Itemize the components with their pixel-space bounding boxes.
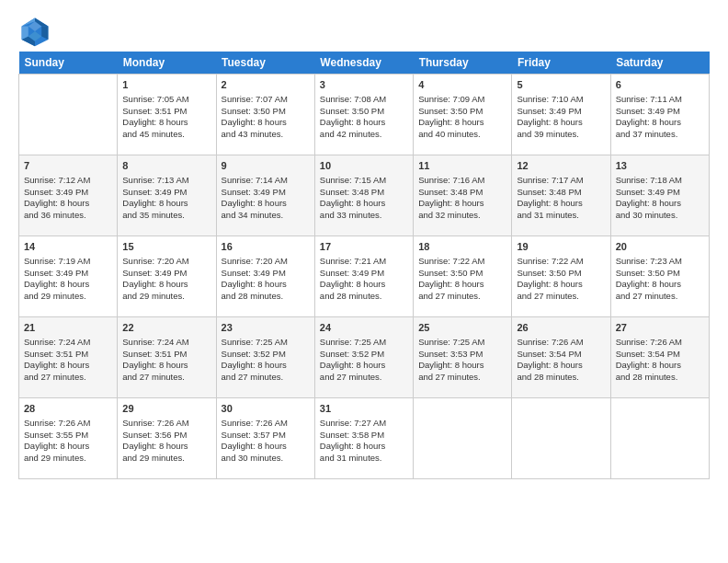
- cell-info: Daylight: 8 hours: [122, 198, 210, 210]
- cell-info: Daylight: 8 hours: [222, 279, 310, 291]
- cell-info: Sunset: 3:50 PM: [418, 268, 506, 280]
- calendar-week-2: 7Sunrise: 7:12 AMSunset: 3:49 PMDaylight…: [19, 155, 710, 236]
- calendar-cell: 5Sunrise: 7:10 AMSunset: 3:49 PMDaylight…: [512, 75, 610, 155]
- cell-info: Sunrise: 7:15 AM: [320, 175, 408, 187]
- calendar-cell: 2Sunrise: 7:07 AMSunset: 3:50 PMDaylight…: [216, 75, 314, 155]
- day-number: 29: [122, 402, 210, 416]
- cell-info: Daylight: 8 hours: [24, 279, 112, 291]
- day-number: 13: [616, 159, 704, 173]
- day-number: 18: [418, 240, 506, 254]
- cell-info: and 42 minutes.: [320, 129, 408, 141]
- page-container: Sunday Monday Tuesday Wednesday Thursday…: [0, 0, 728, 488]
- calendar-cell: [19, 75, 118, 155]
- calendar-cell: 23Sunrise: 7:25 AMSunset: 3:52 PMDayligh…: [216, 317, 314, 398]
- cell-info: Sunset: 3:50 PM: [616, 268, 704, 280]
- cell-info: Sunset: 3:50 PM: [320, 106, 408, 118]
- day-number: 31: [320, 402, 408, 416]
- calendar-cell: 21Sunrise: 7:24 AMSunset: 3:51 PMDayligh…: [19, 317, 118, 398]
- cell-info: Sunset: 3:51 PM: [122, 106, 210, 118]
- cell-info: Daylight: 8 hours: [517, 360, 605, 372]
- cell-info: Sunrise: 7:25 AM: [222, 337, 310, 349]
- day-number: 12: [517, 159, 605, 173]
- calendar-cell: 8Sunrise: 7:13 AMSunset: 3:49 PMDaylight…: [118, 155, 216, 236]
- cell-info: Daylight: 8 hours: [616, 360, 704, 372]
- cell-info: Daylight: 8 hours: [517, 198, 605, 210]
- cell-info: Sunset: 3:52 PM: [320, 349, 408, 361]
- calendar-cell: 18Sunrise: 7:22 AMSunset: 3:50 PMDayligh…: [414, 236, 512, 317]
- day-number: 6: [616, 78, 704, 92]
- calendar-cell: 30Sunrise: 7:26 AMSunset: 3:57 PMDayligh…: [216, 398, 314, 479]
- cell-info: Daylight: 8 hours: [418, 360, 506, 372]
- cell-info: Daylight: 8 hours: [24, 441, 112, 453]
- cell-info: Sunset: 3:49 PM: [616, 106, 704, 118]
- cell-info: and 27 minutes.: [616, 291, 704, 303]
- cell-info: Sunrise: 7:20 AM: [222, 256, 310, 268]
- cell-info: Sunrise: 7:19 AM: [24, 256, 112, 268]
- cell-info: Sunset: 3:58 PM: [320, 430, 408, 442]
- cell-info: and 32 minutes.: [418, 210, 506, 222]
- calendar-cell: 16Sunrise: 7:20 AMSunset: 3:49 PMDayligh…: [216, 236, 314, 317]
- cell-info: Daylight: 8 hours: [616, 117, 704, 129]
- calendar-cell: 25Sunrise: 7:25 AMSunset: 3:53 PMDayligh…: [414, 317, 512, 398]
- calendar-cell: 9Sunrise: 7:14 AMSunset: 3:49 PMDaylight…: [216, 155, 314, 236]
- cell-info: and 30 minutes.: [222, 453, 310, 465]
- cell-info: Daylight: 8 hours: [320, 279, 408, 291]
- cell-info: and 29 minutes.: [24, 291, 112, 303]
- cell-info: Sunset: 3:49 PM: [222, 268, 310, 280]
- calendar-week-1: 1Sunrise: 7:05 AMSunset: 3:51 PMDaylight…: [19, 75, 710, 155]
- cell-info: Daylight: 8 hours: [320, 198, 408, 210]
- cell-info: Sunset: 3:48 PM: [320, 187, 408, 199]
- calendar-cell: 17Sunrise: 7:21 AMSunset: 3:49 PMDayligh…: [314, 236, 413, 317]
- cell-info: Sunrise: 7:26 AM: [122, 418, 210, 430]
- calendar-cell: 12Sunrise: 7:17 AMSunset: 3:48 PMDayligh…: [512, 155, 610, 236]
- day-number: 24: [320, 321, 408, 335]
- cell-info: Sunrise: 7:25 AM: [320, 337, 408, 349]
- cell-info: Sunrise: 7:23 AM: [616, 256, 704, 268]
- calendar-cell: [414, 398, 512, 479]
- cell-info: Sunrise: 7:16 AM: [418, 175, 506, 187]
- cell-info: Sunrise: 7:24 AM: [122, 337, 210, 349]
- cell-info: Sunrise: 7:26 AM: [24, 418, 112, 430]
- day-number: 7: [24, 159, 112, 173]
- cell-info: Sunrise: 7:20 AM: [122, 256, 210, 268]
- cell-info: and 40 minutes.: [418, 129, 506, 141]
- day-number: 23: [222, 321, 310, 335]
- cell-info: Sunrise: 7:22 AM: [418, 256, 506, 268]
- cell-info: Daylight: 8 hours: [616, 198, 704, 210]
- cell-info: Sunrise: 7:25 AM: [418, 337, 506, 349]
- cell-info: Sunset: 3:49 PM: [222, 187, 310, 199]
- cell-info: Sunset: 3:49 PM: [24, 268, 112, 280]
- cell-info: Daylight: 8 hours: [517, 117, 605, 129]
- cell-info: Sunrise: 7:26 AM: [222, 418, 310, 430]
- cell-info: Sunrise: 7:07 AM: [222, 94, 310, 106]
- header-saturday: Saturday: [610, 52, 709, 75]
- cell-info: Sunset: 3:50 PM: [222, 106, 310, 118]
- cell-info: Sunrise: 7:12 AM: [24, 175, 112, 187]
- cell-info: Sunrise: 7:05 AM: [122, 94, 210, 106]
- cell-info: Sunrise: 7:22 AM: [517, 256, 605, 268]
- cell-info: and 28 minutes.: [517, 372, 605, 384]
- cell-info: Daylight: 8 hours: [320, 441, 408, 453]
- day-number: 9: [222, 159, 310, 173]
- calendar-cell: 28Sunrise: 7:26 AMSunset: 3:55 PMDayligh…: [19, 398, 118, 479]
- cell-info: Sunrise: 7:14 AM: [222, 175, 310, 187]
- day-number: 16: [222, 240, 310, 254]
- cell-info: and 45 minutes.: [122, 129, 210, 141]
- cell-info: and 27 minutes.: [418, 372, 506, 384]
- calendar-cell: 3Sunrise: 7:08 AMSunset: 3:50 PMDaylight…: [314, 75, 413, 155]
- cell-info: Daylight: 8 hours: [418, 279, 506, 291]
- day-number: 19: [517, 240, 605, 254]
- calendar-cell: 11Sunrise: 7:16 AMSunset: 3:48 PMDayligh…: [414, 155, 512, 236]
- calendar-cell: 19Sunrise: 7:22 AMSunset: 3:50 PMDayligh…: [512, 236, 610, 317]
- cell-info: Daylight: 8 hours: [24, 360, 112, 372]
- cell-info: Sunrise: 7:27 AM: [320, 418, 408, 430]
- cell-info: Daylight: 8 hours: [418, 117, 506, 129]
- cell-info: and 39 minutes.: [517, 129, 605, 141]
- cell-info: and 30 minutes.: [616, 210, 704, 222]
- cell-info: and 27 minutes.: [122, 372, 210, 384]
- cell-info: Sunrise: 7:26 AM: [517, 337, 605, 349]
- cell-info: Sunrise: 7:08 AM: [320, 94, 408, 106]
- cell-info: and 34 minutes.: [222, 210, 310, 222]
- cell-info: Daylight: 8 hours: [222, 441, 310, 453]
- day-number: 27: [616, 321, 704, 335]
